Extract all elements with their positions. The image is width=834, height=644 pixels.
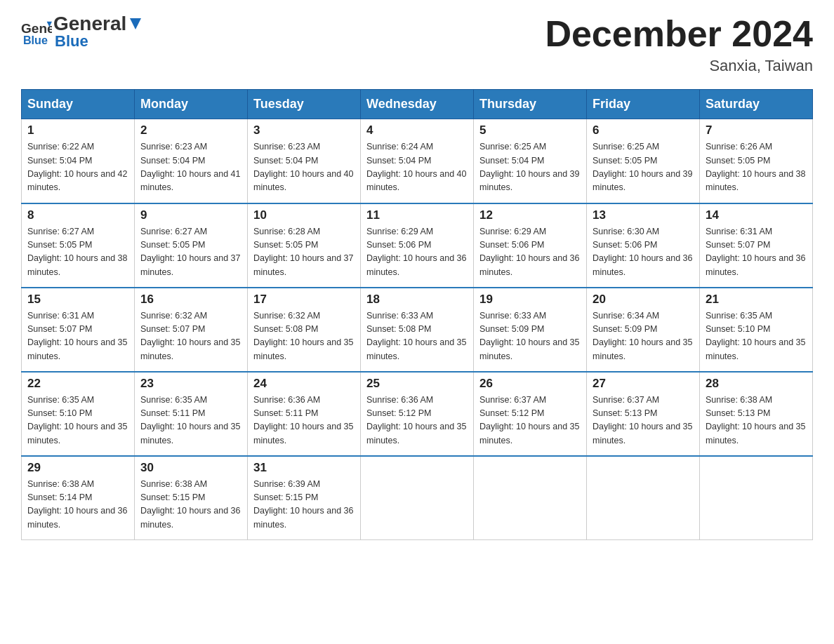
day-number: 5 — [479, 123, 581, 137]
col-tuesday: Tuesday — [248, 90, 361, 119]
calendar-cell: 23 Sunrise: 6:35 AMSunset: 5:11 PMDaylig… — [135, 372, 248, 456]
calendar-cell: 16 Sunrise: 6:32 AMSunset: 5:07 PMDaylig… — [135, 288, 248, 372]
col-wednesday: Wednesday — [361, 90, 474, 119]
col-monday: Monday — [135, 90, 248, 119]
logo-triangle-icon — [127, 15, 143, 31]
calendar-cell: 7 Sunrise: 6:26 AMSunset: 5:05 PMDayligh… — [700, 119, 813, 203]
day-number: 27 — [593, 377, 694, 391]
day-number: 16 — [140, 293, 241, 307]
day-info: Sunrise: 6:28 AMSunset: 5:05 PMDaylight:… — [253, 227, 353, 277]
calendar-cell: 19 Sunrise: 6:33 AMSunset: 5:09 PMDaylig… — [474, 288, 587, 372]
day-info: Sunrise: 6:22 AMSunset: 5:04 PMDaylight:… — [27, 142, 127, 192]
day-number: 18 — [366, 293, 468, 307]
calendar-cell: 24 Sunrise: 6:36 AMSunset: 5:11 PMDaylig… — [248, 372, 361, 456]
calendar-cell: 12 Sunrise: 6:29 AMSunset: 5:06 PMDaylig… — [474, 203, 587, 288]
day-number: 23 — [140, 377, 241, 391]
day-number: 14 — [706, 208, 807, 222]
col-saturday: Saturday — [700, 90, 813, 119]
col-friday: Friday — [587, 90, 700, 119]
day-info: Sunrise: 6:29 AMSunset: 5:06 PMDaylight:… — [366, 227, 466, 277]
location-text: Sanxia, Taiwan — [545, 57, 813, 75]
day-info: Sunrise: 6:36 AMSunset: 5:12 PMDaylight:… — [366, 395, 466, 445]
day-number: 6 — [593, 123, 694, 137]
day-number: 26 — [479, 377, 581, 391]
day-number: 3 — [253, 123, 355, 137]
day-number: 30 — [140, 461, 241, 475]
calendar-cell: 30 Sunrise: 6:38 AMSunset: 5:15 PMDaylig… — [135, 456, 248, 540]
calendar-cell — [700, 456, 813, 540]
day-info: Sunrise: 6:34 AMSunset: 5:09 PMDaylight:… — [593, 311, 692, 361]
day-number: 31 — [253, 461, 355, 475]
calendar-cell: 1 Sunrise: 6:22 AMSunset: 5:04 PMDayligh… — [22, 119, 135, 203]
day-info: Sunrise: 6:23 AMSunset: 5:04 PMDaylight:… — [253, 142, 353, 192]
day-number: 13 — [593, 208, 694, 222]
day-info: Sunrise: 6:32 AMSunset: 5:07 PMDaylight:… — [140, 311, 240, 361]
day-info: Sunrise: 6:35 AMSunset: 5:10 PMDaylight:… — [706, 311, 805, 361]
calendar-cell: 3 Sunrise: 6:23 AMSunset: 5:04 PMDayligh… — [248, 119, 361, 203]
day-info: Sunrise: 6:24 AMSunset: 5:04 PMDaylight:… — [366, 142, 466, 192]
day-number: 11 — [366, 208, 468, 222]
calendar-cell: 22 Sunrise: 6:35 AMSunset: 5:10 PMDaylig… — [22, 372, 135, 456]
day-info: Sunrise: 6:37 AMSunset: 5:12 PMDaylight:… — [479, 395, 579, 445]
day-number: 8 — [27, 208, 128, 222]
calendar-cell: 21 Sunrise: 6:35 AMSunset: 5:10 PMDaylig… — [700, 288, 813, 372]
calendar-cell: 4 Sunrise: 6:24 AMSunset: 5:04 PMDayligh… — [361, 119, 474, 203]
calendar-week-1: 1 Sunrise: 6:22 AMSunset: 5:04 PMDayligh… — [22, 119, 813, 203]
day-info: Sunrise: 6:38 AMSunset: 5:13 PMDaylight:… — [706, 395, 805, 445]
calendar-cell: 28 Sunrise: 6:38 AMSunset: 5:13 PMDaylig… — [700, 372, 813, 456]
day-info: Sunrise: 6:25 AMSunset: 5:05 PMDaylight:… — [593, 142, 692, 192]
day-number: 20 — [593, 293, 694, 307]
calendar-cell: 10 Sunrise: 6:28 AMSunset: 5:05 PMDaylig… — [248, 203, 361, 288]
calendar-cell: 13 Sunrise: 6:30 AMSunset: 5:06 PMDaylig… — [587, 203, 700, 288]
calendar-cell: 9 Sunrise: 6:27 AMSunset: 5:05 PMDayligh… — [135, 203, 248, 288]
logo-text: General Blue — [53, 14, 143, 49]
day-info: Sunrise: 6:32 AMSunset: 5:08 PMDaylight:… — [253, 311, 353, 361]
day-info: Sunrise: 6:35 AMSunset: 5:11 PMDaylight:… — [140, 395, 240, 445]
calendar-cell: 20 Sunrise: 6:34 AMSunset: 5:09 PMDaylig… — [587, 288, 700, 372]
calendar-header-row: Sunday Monday Tuesday Wednesday Thursday… — [22, 90, 813, 119]
day-number: 29 — [27, 461, 128, 475]
day-number: 22 — [27, 377, 128, 391]
day-info: Sunrise: 6:29 AMSunset: 5:06 PMDaylight:… — [479, 227, 579, 277]
day-number: 7 — [706, 123, 807, 137]
day-info: Sunrise: 6:37 AMSunset: 5:13 PMDaylight:… — [593, 395, 692, 445]
logo-general-text: General — [53, 14, 126, 34]
calendar-cell: 18 Sunrise: 6:33 AMSunset: 5:08 PMDaylig… — [361, 288, 474, 372]
calendar-table: Sunday Monday Tuesday Wednesday Thursday… — [21, 89, 813, 540]
day-info: Sunrise: 6:39 AMSunset: 5:15 PMDaylight:… — [253, 479, 353, 530]
day-info: Sunrise: 6:33 AMSunset: 5:08 PMDaylight:… — [366, 311, 466, 361]
calendar-cell: 14 Sunrise: 6:31 AMSunset: 5:07 PMDaylig… — [700, 203, 813, 288]
day-number: 2 — [140, 123, 241, 137]
day-number: 15 — [27, 293, 128, 307]
page-header: General Blue General Blue December 2024 … — [21, 14, 813, 75]
day-number: 24 — [253, 377, 355, 391]
calendar-cell: 26 Sunrise: 6:37 AMSunset: 5:12 PMDaylig… — [474, 372, 587, 456]
day-number: 21 — [706, 293, 807, 307]
calendar-cell: 2 Sunrise: 6:23 AMSunset: 5:04 PMDayligh… — [135, 119, 248, 203]
calendar-week-2: 8 Sunrise: 6:27 AMSunset: 5:05 PMDayligh… — [22, 203, 813, 288]
logo: General Blue General Blue — [21, 14, 143, 49]
day-number: 25 — [366, 377, 468, 391]
day-number: 17 — [253, 293, 355, 307]
calendar-cell: 8 Sunrise: 6:27 AMSunset: 5:05 PMDayligh… — [22, 203, 135, 288]
day-number: 12 — [479, 208, 581, 222]
month-title: December 2024 — [545, 14, 813, 54]
calendar-cell: 17 Sunrise: 6:32 AMSunset: 5:08 PMDaylig… — [248, 288, 361, 372]
calendar-cell: 29 Sunrise: 6:38 AMSunset: 5:14 PMDaylig… — [22, 456, 135, 540]
day-info: Sunrise: 6:27 AMSunset: 5:05 PMDaylight:… — [27, 227, 127, 277]
day-info: Sunrise: 6:31 AMSunset: 5:07 PMDaylight:… — [27, 311, 127, 361]
day-info: Sunrise: 6:27 AMSunset: 5:05 PMDaylight:… — [140, 227, 240, 277]
calendar-cell — [361, 456, 474, 540]
calendar-cell: 25 Sunrise: 6:36 AMSunset: 5:12 PMDaylig… — [361, 372, 474, 456]
day-number: 10 — [253, 208, 355, 222]
svg-text:Blue: Blue — [23, 34, 48, 46]
day-info: Sunrise: 6:36 AMSunset: 5:11 PMDaylight:… — [253, 395, 353, 445]
calendar-cell: 6 Sunrise: 6:25 AMSunset: 5:05 PMDayligh… — [587, 119, 700, 203]
calendar-week-3: 15 Sunrise: 6:31 AMSunset: 5:07 PMDaylig… — [22, 288, 813, 372]
calendar-cell: 27 Sunrise: 6:37 AMSunset: 5:13 PMDaylig… — [587, 372, 700, 456]
day-info: Sunrise: 6:25 AMSunset: 5:04 PMDaylight:… — [479, 142, 579, 192]
calendar-cell: 15 Sunrise: 6:31 AMSunset: 5:07 PMDaylig… — [22, 288, 135, 372]
day-info: Sunrise: 6:31 AMSunset: 5:07 PMDaylight:… — [706, 227, 805, 277]
calendar-cell: 31 Sunrise: 6:39 AMSunset: 5:15 PMDaylig… — [248, 456, 361, 540]
calendar-cell — [587, 456, 700, 540]
